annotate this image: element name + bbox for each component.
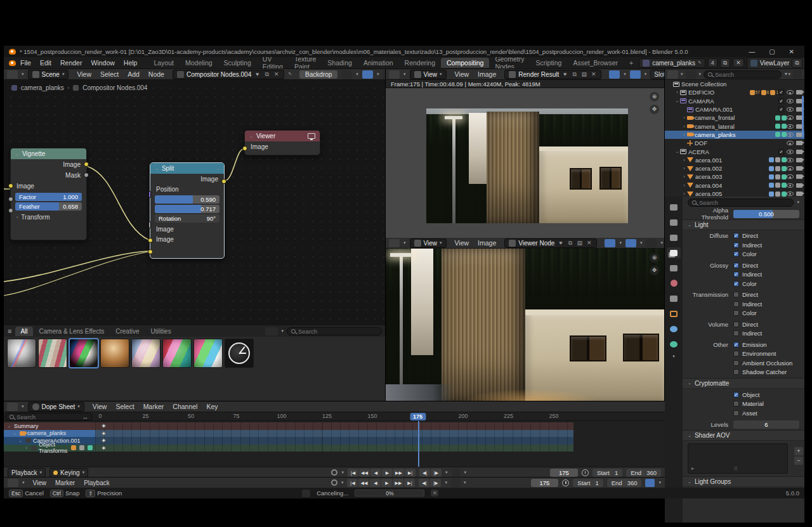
timeline-ruler[interactable]: Search ↔ 0255075100125150200225250 175 (4, 412, 665, 421)
node-canvas[interactable]: camera_planks › Compositor Nodes.004 ⌄Vi… (4, 80, 386, 325)
channel-camera-planks[interactable]: ⌄camera_planks (4, 430, 95, 438)
disable-render-icon[interactable] (796, 183, 802, 188)
new-scene-button[interactable]: ⧉ (720, 58, 730, 68)
auto-keying-record-icon[interactable] (331, 469, 337, 476)
overlays-icon[interactable] (625, 239, 636, 247)
outliner-row-acera-001[interactable]: ›acera.001 (665, 156, 804, 164)
copy-icon[interactable]: ⧉ (571, 71, 578, 78)
disclosure-icon[interactable]: › (681, 166, 687, 171)
editor-type-dropdown[interactable] (667, 70, 678, 79)
frame-end-field[interactable]: End360 (626, 469, 661, 477)
cryptomatte-panel-header[interactable]: ⌄Cryptomatte (683, 378, 804, 389)
checkbox[interactable] (733, 351, 739, 356)
image-input-socket[interactable] (242, 146, 247, 151)
checkbox[interactable]: ✓ (733, 392, 739, 398)
dope-sheet-channels[interactable]: ⌄Summary⌄camera_planks⌄CameraAction.001›… (4, 421, 665, 467)
hamburger-menu-icon[interactable]: ≡ (8, 327, 11, 335)
factor-input-socket[interactable] (8, 197, 13, 202)
checkbox[interactable] (733, 330, 739, 336)
checkbox-row-object[interactable]: ✓Object (733, 391, 764, 400)
hide-eye-icon[interactable] (787, 158, 794, 162)
copy-icon[interactable]: ⧉ (566, 240, 573, 247)
image-input-socket[interactable] (8, 183, 13, 188)
position-vector-socket[interactable] (148, 191, 151, 198)
disable-render-icon[interactable] (796, 192, 802, 196)
checkbox-row-direct[interactable]: Direct (733, 290, 762, 299)
exclude-checkbox[interactable]: ✓ (778, 89, 784, 95)
workspace-tab-sculpting[interactable]: Sculpting (218, 58, 257, 68)
minimize-button[interactable]: — (749, 48, 755, 55)
channel-search-input[interactable]: Search ↔ (5, 413, 93, 420)
outliner-row-acera-002[interactable]: ›acera.002 (665, 164, 804, 172)
workspace-tab-rendering[interactable]: Rendering (399, 58, 441, 68)
checkbox-row-environment[interactable]: Environment (733, 349, 792, 358)
shelf-tab-utilities[interactable]: Utilities (145, 327, 176, 336)
outliner-search-input[interactable]: Search (704, 70, 782, 79)
filter-icon[interactable]: ▼▾ (784, 72, 790, 77)
film-grain-asset[interactable] (38, 339, 67, 368)
properties-tab-scene[interactable] (667, 263, 681, 273)
checkbox-row-indirect[interactable]: Indirect (733, 329, 762, 338)
checkbox-row-material[interactable]: Material (733, 400, 764, 408)
workspace-tab-scripting[interactable]: Scripting (530, 58, 568, 68)
checkbox-row-indirect[interactable]: ✓Indirect (733, 241, 762, 250)
properties-tab-data[interactable] (667, 339, 681, 349)
alpha-threshold-slider[interactable]: 0.500 (733, 210, 799, 218)
aov-add-button[interactable]: + (794, 447, 803, 455)
workspace-tab-uv-editing[interactable]: UV Editing (257, 57, 289, 69)
disclosure-icon[interactable]: ⌄ (12, 431, 18, 436)
hide-eye-icon[interactable] (787, 99, 794, 103)
dope-menu-key[interactable]: Key (202, 403, 222, 410)
watch-clock-asset[interactable] (225, 339, 254, 368)
image-datablock[interactable]: Viewer Node ♥ ⧉ ▤ ✕ (504, 238, 597, 248)
frame-forward-button[interactable]: |▶ (431, 469, 442, 477)
chromatic-aberration-asset[interactable] (7, 339, 36, 368)
rotation-socket[interactable] (148, 221, 151, 228)
prev-keyframe-button[interactable]: ◀◀ (359, 469, 370, 477)
snapping-icon[interactable] (609, 70, 620, 79)
color-split-asset[interactable] (162, 339, 192, 368)
options-dropdown-icon[interactable]: ▾ (797, 200, 799, 205)
render-slot-dropdown[interactable]: Slot 4▾ (650, 70, 665, 79)
next-keyframe-button[interactable]: ▶▶ (393, 479, 403, 487)
workspace-tab-shading[interactable]: Shading (322, 58, 358, 68)
disclosure-icon[interactable]: ⌄ (674, 98, 680, 103)
editor-type-dropdown[interactable] (7, 70, 18, 79)
dope-sheet-mode-dropdown[interactable]: Dope Sheet▾ (28, 402, 84, 412)
playhead-frame-label[interactable]: 175 (410, 413, 426, 420)
properties-search-input[interactable]: Search (688, 198, 794, 207)
outliner-row-acera-005[interactable]: ›acera.005 (665, 190, 804, 197)
transform-panel-toggle[interactable]: ›Transform (11, 212, 86, 223)
shelf-tab-camera-lens-effects[interactable]: Camera & Lens Effects (34, 327, 110, 336)
node-menu-select[interactable]: Select (96, 70, 123, 78)
properties-tab-object[interactable] (667, 308, 681, 319)
workspace-tab-+[interactable]: + (624, 58, 639, 68)
editor-type-dropdown[interactable] (389, 239, 400, 247)
hide-eye-icon[interactable] (787, 183, 794, 188)
image-menu-image[interactable]: Image (473, 239, 501, 247)
checkbox-row-color[interactable]: ✓Color (733, 250, 762, 259)
pin-icon[interactable]: ✎ (698, 60, 702, 65)
jump-end-button[interactable]: ▶| (405, 469, 416, 477)
snapping-icon[interactable] (605, 239, 615, 247)
checkbox[interactable]: ✓ (733, 242, 739, 248)
properties-tab-world[interactable] (667, 278, 681, 289)
checkbox[interactable]: ✓ (733, 251, 739, 257)
display-channels-dropdown[interactable]: View▾ (410, 70, 447, 79)
filter-toggle-icon[interactable]: ↔ (82, 413, 89, 420)
dope-menu-view[interactable]: View (88, 403, 112, 410)
feather-input-socket[interactable] (8, 208, 13, 213)
hide-eye-icon[interactable] (787, 115, 794, 120)
disclosure-icon[interactable]: ⌄ (18, 438, 23, 443)
hide-eye-icon[interactable] (787, 133, 794, 137)
aov-resize-grip[interactable]: ⠿ (734, 466, 738, 472)
workspace-tab-modeling[interactable]: Modeling (180, 58, 218, 68)
disclosure-icon[interactable]: › (23, 446, 29, 450)
outliner-row-camera-planks[interactable]: ›camera_planks (665, 131, 804, 139)
image-datablock[interactable]: Render Result ♥ ⧉ ▤ ✕ (504, 70, 601, 79)
shader-aov-list[interactable]: ▸ ⠿ (688, 443, 788, 474)
viewer-node[interactable]: ⌄Viewer Image (244, 130, 320, 155)
disclosure-icon[interactable]: › (681, 174, 687, 179)
exclude-checkbox[interactable]: ✓ (778, 98, 784, 104)
disable-render-icon[interactable] (796, 150, 802, 154)
